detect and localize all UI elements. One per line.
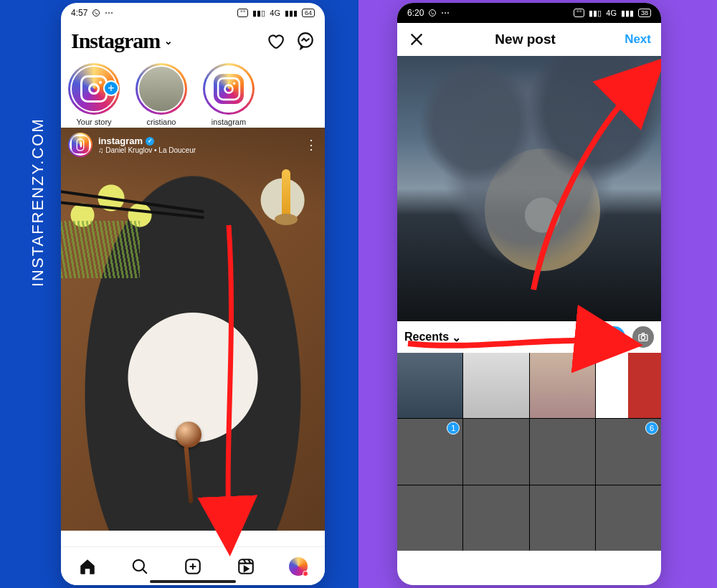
tab-search[interactable] [130,557,149,576]
story-cristiano[interactable]: cristiano [136,63,187,126]
svg-rect-4 [239,559,253,574]
next-button[interactable]: Next [625,32,651,47]
activity-heart-icon[interactable] [266,32,285,50]
svg-rect-6 [612,333,619,339]
bottom-tabbar [61,546,325,585]
post-music[interactable]: ♫ Daniel Kruglov • La Douceur [98,146,196,154]
battery-icon: 38 [638,9,651,17]
signal-icon-2: ▮▮▮ [621,9,634,18]
sim-icon: °° [237,9,248,17]
instagram-logo[interactable]: Instagram ⌄ [71,29,172,53]
tab-profile[interactable] [289,557,308,576]
camera-icon[interactable] [632,326,654,348]
gallery-thumb[interactable] [530,419,595,484]
gallery-thumb[interactable] [397,353,462,418]
status-time: 4:57 [71,8,87,18]
whatsapp-icon [428,9,437,17]
battery-icon: 64 [302,9,315,17]
sim-icon: °° [574,9,584,17]
multi-select-icon[interactable] [604,326,625,348]
phone-instagram-feed: 4:57 ⋯ °° ▮▮▯ 4G ▮▮▮ 64 Instagram ⌄ [61,3,325,585]
network-label: 4G [606,9,617,17]
story-your-story[interactable]: + Your story [68,63,120,126]
gallery-thumb[interactable] [463,485,528,551]
status-bar: 6:20 ⋯ °° ▮▮▯ 4G ▮▮▮ 38 [397,3,661,23]
gallery-thumb[interactable] [397,485,462,551]
signal-icon: ▮▮▯ [589,9,602,18]
svg-rect-7 [610,335,617,341]
gallery-thumb[interactable] [596,485,661,551]
story-label: Your story [76,118,111,126]
gallery-thumb[interactable] [530,485,595,551]
tab-reels[interactable] [237,557,255,576]
gallery-thumb[interactable]: 6 [596,419,661,484]
gallery-thumb[interactable] [463,419,528,484]
new-post-header: New post Next [397,23,661,56]
svg-point-5 [429,10,436,16]
selection-badge: 1 [447,422,460,435]
tab-home[interactable] [78,557,97,576]
tab-create[interactable] [184,557,202,576]
album-selector-bar: Recents ⌄ [397,321,661,353]
signal-icon: ▮▮▯ [252,9,265,18]
post-image[interactable] [61,128,325,531]
album-dropdown[interactable]: Recents ⌄ [404,331,461,344]
network-label: 4G [270,9,280,17]
story-label: cristiano [147,118,176,126]
post-username[interactable]: instagram ✓ [98,136,196,146]
logo-text: Instagram [71,29,160,53]
story-label: instagram [212,118,246,126]
chevron-down-icon: ⌄ [164,35,172,47]
signal-icon-2: ▮▮▮ [285,9,298,18]
gallery-thumb[interactable] [530,353,595,418]
post-avatar[interactable] [68,133,92,157]
chevron-down-icon: ⌄ [452,331,461,344]
post-more-icon[interactable]: ⋮ [305,137,318,153]
photo-preview[interactable] [397,56,661,321]
selection-badge: 6 [645,422,658,435]
gallery-thumb[interactable] [463,353,528,418]
close-icon[interactable] [407,30,426,49]
home-indicator [150,580,236,583]
feed-post[interactable]: instagram ✓ ♫ Daniel Kruglov • La Douceu… [61,128,325,531]
verified-icon: ✓ [146,137,154,146]
svg-point-9 [641,336,645,339]
phone-new-post: 6:20 ⋯ °° ▮▮▯ 4G ▮▮▮ 38 New post Next [397,3,661,585]
whatsapp-icon [92,9,100,17]
stories-tray[interactable]: + Your story cristiano instagram [61,57,325,128]
status-more: ⋯ [441,8,450,18]
svg-point-2 [133,559,144,570]
page-title: New post [495,32,555,47]
app-header: Instagram ⌄ [61,23,325,57]
svg-point-0 [93,10,100,16]
gallery-thumb[interactable]: 1 [397,419,462,484]
messenger-icon[interactable] [296,32,315,50]
status-more: ⋯ [105,8,113,18]
photo-gallery: 1 6 [397,353,661,551]
gallery-thumb[interactable] [596,353,661,418]
story-instagram[interactable]: instagram [203,63,255,126]
status-time: 6:20 [407,8,424,18]
plus-icon: + [103,80,119,96]
status-bar: 4:57 ⋯ °° ▮▮▯ 4G ▮▮▮ 64 [61,3,325,23]
